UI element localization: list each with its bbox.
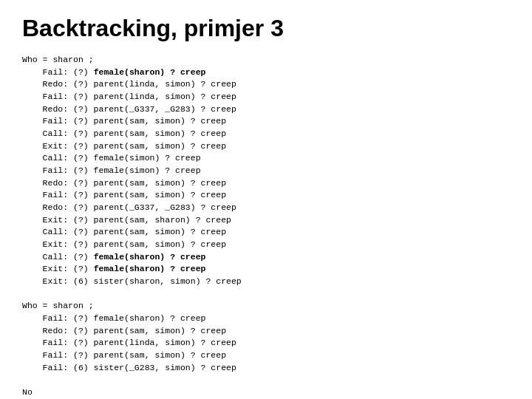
page-title: Backtracking, primjer 3: [22, 15, 510, 42]
line-23: Fail: (?) parent(linda, simon) ? creep: [22, 338, 236, 347]
line-1: Who = sharon ;: [22, 55, 94, 64]
line-8: Exit: (?) parent(sam, simon) ? creep: [22, 141, 226, 151]
line-11: Redo: (?) parent(sam, simon) ? creep: [22, 178, 226, 188]
line-14: Exit: (?) parent(sam, sharon) ? creep: [22, 215, 231, 225]
line-15: Call: (?) parent(sam, simon) ? creep: [22, 227, 226, 236]
line-16: Exit: (?) parent(sam, simon) ? creep: [22, 239, 226, 249]
line-12: Fail: (?) parent(sam, simon) ? creep: [22, 190, 226, 200]
line-blank-2: [22, 375, 27, 384]
line-22: Redo: (?) parent(sam, simon) ? creep: [22, 326, 226, 335]
line-26: No: [22, 387, 33, 397]
line-21: Fail: (?) female(sharon) ? creep: [22, 313, 205, 323]
line-9: Call: (?) female(simon) ? creep: [22, 153, 201, 163]
line-24: Fail: (?) parent(sam, simon) ? creep: [22, 350, 226, 360]
line-20: Who = sharon ;: [22, 301, 94, 310]
page: Backtracking, primjer 3 Who = sharon ; F…: [0, 0, 532, 399]
line-6: Fail: (?) parent(sam, simon) ? creep: [22, 116, 226, 126]
line-13: Redo: (?) parent(_G337, _G283) ? creep: [22, 202, 236, 212]
line-19: Exit: (6) sister(sharon, simon) ? creep: [22, 276, 242, 286]
line-7: Call: (?) parent(sam, simon) ? creep: [22, 129, 226, 138]
line-blank-1: [22, 289, 27, 299]
line-17: Call: (?) female(sharon) ? creep: [22, 252, 205, 262]
line-5: Redo: (?) parent(_G337, _G283) ? creep: [22, 104, 236, 114]
code-output: Who = sharon ; Fail: (?) female(sharon) …: [22, 54, 510, 399]
line-4: Fail: (?) parent(linda, simon) ? creep: [22, 92, 236, 101]
line-3: Redo: (?) parent(linda, simon) ? creep: [22, 79, 236, 89]
line-18: Exit: (?) female(sharon) ? creep: [22, 264, 205, 273]
line-10: Fail: (?) female(simon) ? creep: [22, 166, 201, 175]
line-25: Fail: (6) sister(_G283, simon) ? creep: [22, 363, 236, 372]
line-2: Fail: (?) female(sharon) ? creep: [22, 67, 205, 77]
